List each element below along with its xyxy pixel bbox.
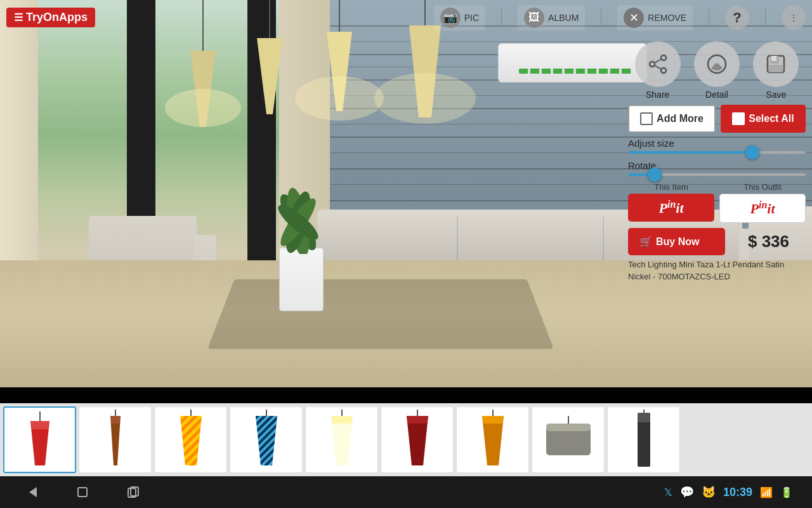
- size-slider-thumb[interactable]: [745, 145, 759, 159]
- save-icon: [753, 41, 799, 87]
- price-display: $ 336: [731, 232, 806, 251]
- select-all-button[interactable]: ✓ Select All: [721, 105, 806, 133]
- rotate-slider-thumb[interactable]: [648, 168, 662, 182]
- svg-rect-25: [771, 56, 776, 61]
- remove-label: REMOVE: [648, 13, 686, 23]
- svg-marker-32: [110, 416, 121, 424]
- pic-label: PIC: [464, 13, 479, 23]
- this-outfit-group: This Outfit Pinit: [719, 182, 806, 223]
- cart-icon: 🛒: [639, 236, 652, 248]
- detail-button-group[interactable]: Detail: [694, 41, 740, 100]
- carousel-item-1[interactable]: [3, 406, 76, 473]
- adjust-size-section: Adjust size: [628, 138, 806, 154]
- this-item-label: This Item: [654, 182, 688, 192]
- divider-2: [601, 8, 601, 27]
- remove-icon: ✕: [624, 8, 644, 28]
- top-bar: ☰ TryOnApps 📷 PIC 🖼 ALBUM ✕ REMOVE ? ⋮: [0, 0, 812, 35]
- pinit-row: This Item Pinit This Outfit Pinit: [628, 182, 806, 223]
- svg-rect-55: [638, 413, 650, 422]
- svg-marker-49: [482, 416, 504, 424]
- pinit-this-outfit-button[interactable]: Pinit: [719, 194, 806, 223]
- back-button[interactable]: [19, 479, 44, 505]
- status-bar: 𝕏 💬 🐱 10:39 📶 🔋: [664, 485, 793, 499]
- carousel-item-7[interactable]: [456, 406, 529, 473]
- album-label: ALBUM: [548, 13, 579, 23]
- svg-marker-43: [331, 416, 353, 424]
- carousel-item-2[interactable]: [79, 406, 152, 473]
- rotate-slider[interactable]: [628, 173, 806, 176]
- svg-marker-46: [407, 416, 428, 424]
- plant-pot: [279, 248, 324, 311]
- svg-point-18: [661, 68, 666, 73]
- carousel-item-6[interactable]: [381, 406, 454, 473]
- svg-marker-56: [29, 487, 37, 497]
- product-carousel[interactable]: [0, 403, 812, 476]
- divider-3: [709, 8, 709, 27]
- add-select-row: Add More ✓ Select All: [628, 105, 806, 133]
- share-icon: [635, 41, 681, 87]
- svg-point-17: [650, 62, 655, 67]
- remove-button[interactable]: ✕ REMOVE: [617, 5, 693, 30]
- svg-marker-3: [257, 38, 282, 114]
- carousel-item-3[interactable]: [154, 406, 227, 473]
- carousel-item-8[interactable]: [532, 406, 605, 473]
- recents-button[interactable]: [121, 479, 146, 505]
- product-name: Tech Lighting Mini Taza 1-Lt Pendant Sat…: [628, 259, 806, 282]
- more-options-button[interactable]: ⋮: [782, 6, 806, 30]
- pinit-this-item-button[interactable]: Pinit: [628, 194, 714, 222]
- carousel-item-5[interactable]: [305, 406, 378, 473]
- save-button-group[interactable]: Save: [753, 41, 799, 100]
- help-button[interactable]: ?: [725, 6, 749, 30]
- pinit-this-item-text: Pinit: [658, 199, 683, 217]
- notification-icon: 🐱: [702, 485, 716, 499]
- android-navigation-bar: 𝕏 💬 🐱 10:39 📶 🔋: [0, 476, 812, 508]
- ac-vent: [519, 69, 632, 74]
- detail-label: Detail: [705, 90, 728, 100]
- svg-point-9: [295, 76, 384, 121]
- rotate-section: Rotate: [628, 160, 806, 176]
- save-label: Save: [766, 90, 786, 100]
- svg-point-8: [165, 89, 241, 127]
- buy-row: 🛒 Buy Now $ 336: [628, 228, 806, 255]
- home-button[interactable]: [70, 479, 95, 505]
- top-bar-actions: 📷 PIC 🖼 ALBUM ✕ REMOVE ? ⋮: [434, 5, 806, 30]
- divider-4: [765, 8, 766, 27]
- add-more-button[interactable]: Add More: [628, 105, 716, 133]
- ac-unit: [498, 43, 647, 83]
- select-all-label: Select All: [749, 113, 794, 124]
- carousel-item-9[interactable]: [607, 406, 680, 473]
- wifi-icon: 📶: [760, 486, 773, 498]
- svg-line-19: [655, 59, 661, 63]
- pic-button[interactable]: 📷 PIC: [434, 5, 485, 30]
- svg-point-22: [712, 65, 722, 70]
- size-slider[interactable]: [628, 151, 806, 154]
- svg-line-20: [655, 65, 661, 69]
- camera-icon: 📷: [440, 8, 461, 28]
- chat-icon: 💬: [680, 485, 694, 499]
- svg-rect-52: [546, 424, 591, 431]
- svg-point-10: [374, 73, 476, 124]
- carousel-item-4[interactable]: [230, 406, 303, 473]
- this-outfit-label: This Outfit: [743, 182, 781, 192]
- svg-rect-57: [78, 488, 87, 497]
- svg-marker-34: [180, 416, 202, 465]
- share-detail-save-row: Share Detail Save: [628, 41, 806, 100]
- select-all-checkbox-icon: ✓: [732, 112, 745, 125]
- share-button-group[interactable]: Share: [635, 41, 681, 100]
- this-item-group: This Item Pinit: [628, 182, 714, 223]
- buy-now-button[interactable]: 🛒 Buy Now: [628, 228, 725, 255]
- menu-icon[interactable]: ☰: [14, 11, 23, 23]
- plant: [273, 229, 330, 311]
- app-logo: ☰ TryOnApps: [6, 8, 95, 27]
- album-icon: 🖼: [524, 8, 544, 28]
- detail-icon: [694, 41, 740, 87]
- adjust-size-label: Adjust size: [628, 138, 806, 149]
- share-label: Share: [646, 90, 669, 100]
- divider-1: [501, 8, 502, 27]
- time-display: 10:39: [723, 486, 752, 499]
- pinit-this-outfit-text: Pinit: [750, 199, 775, 217]
- buy-now-label: Buy Now: [656, 236, 699, 248]
- twitter-icon: 𝕏: [664, 486, 672, 498]
- svg-marker-29: [30, 421, 49, 429]
- album-button[interactable]: 🖼 ALBUM: [518, 5, 585, 30]
